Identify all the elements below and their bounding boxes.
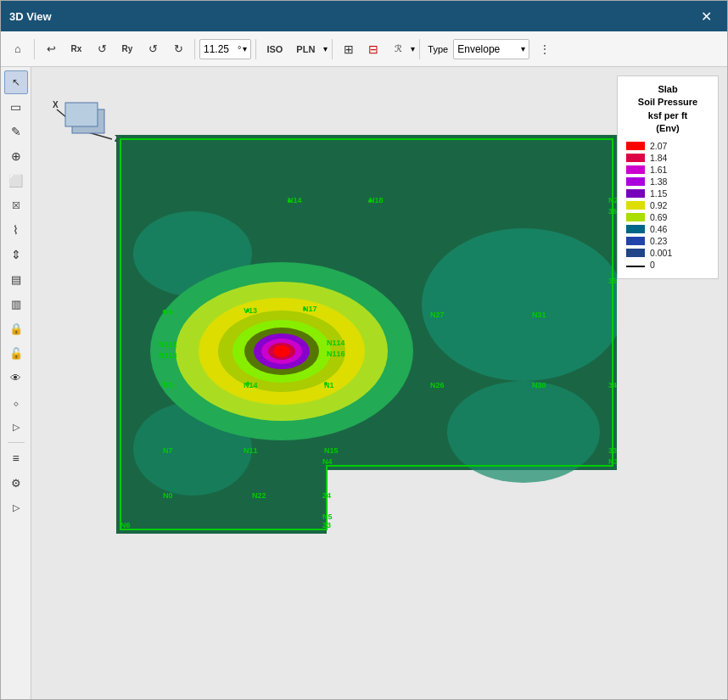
rotate-y-button[interactable]: Ry — [115, 37, 139, 61]
sep5 — [419, 39, 420, 59]
sidebar-frame[interactable]: ⬜ — [4, 169, 28, 193]
rotate-cw-button[interactable]: ↻ — [166, 37, 190, 61]
sidebar-unlock[interactable]: 🔓 — [4, 341, 28, 365]
svg-point-60 — [246, 382, 249, 385]
legend-swatch — [626, 266, 645, 267]
rotate-cw2-button[interactable]: ↺ — [141, 37, 165, 61]
envelope-value: Envelope — [457, 43, 500, 55]
sidebar-section-b[interactable]: ▥ — [4, 292, 28, 316]
sidebar-node[interactable]: ⊕ — [4, 144, 28, 168]
svg-text:33: 33 — [608, 446, 617, 455]
sidebar-list[interactable]: ≡ — [4, 446, 28, 470]
svg-text:N4: N4 — [322, 457, 333, 466]
pln-button[interactable]: PLN — [290, 37, 321, 61]
svg-point-8 — [422, 228, 617, 381]
svg-point-21 — [273, 345, 290, 357]
legend-item: 2.07 — [626, 141, 709, 151]
angle-unit: ° — [238, 44, 241, 54]
svg-text:N2: N2 — [608, 196, 617, 204]
svg-text:N14: N14 — [244, 381, 258, 389]
legend-value: 1.61 — [650, 165, 667, 175]
pln-dropdown-btn[interactable]: ▾ — [323, 44, 328, 53]
svg-text:N113: N113 — [159, 351, 177, 360]
home-button[interactable]: ⌂ — [6, 37, 30, 61]
sidebar-settings[interactable]: ⚙ — [4, 471, 28, 495]
legend-item: 1.84 — [626, 153, 709, 163]
svg-text:N112: N112 — [159, 340, 177, 349]
sidebar-eye[interactable]: 👁 — [4, 366, 28, 389]
sidebar-cursor[interactable]: ↖ — [4, 70, 28, 94]
undo-button[interactable]: ↩ — [39, 37, 63, 61]
legend-swatch — [626, 213, 645, 221]
svg-text:N31: N31 — [532, 311, 546, 319]
svg-text:N114: N114 — [327, 339, 345, 347]
svg-text:X: X — [53, 100, 59, 109]
sidebar-section-a[interactable]: ▤ — [4, 267, 28, 291]
extra-btn[interactable]: ⋮ — [533, 37, 557, 61]
legend-item: 1.61 — [626, 165, 709, 175]
legend-item: 0.23 — [626, 236, 709, 246]
legend-swatch — [626, 165, 645, 174]
svg-text:35: 35 — [608, 277, 617, 285]
svg-text:N3: N3 — [608, 457, 617, 466]
svg-point-61 — [324, 382, 328, 385]
sidebar-lock[interactable]: 🔒 — [4, 316, 28, 340]
legend-swatch — [626, 201, 645, 210]
display-btn2[interactable]: ⊟ — [361, 37, 385, 61]
legend-value: 0 — [650, 260, 655, 270]
sep4 — [332, 39, 333, 59]
close-button[interactable]: ✕ — [693, 3, 719, 29]
angle-dropdown-btn[interactable]: ▾ — [243, 44, 247, 53]
legend: Slab Soil Pressure ksf per ft (Env) 2.07… — [617, 76, 719, 279]
legend-value: 1.15 — [650, 188, 667, 199]
sidebar-filter[interactable]: ⬦ — [4, 390, 28, 414]
display-btn1[interactable]: ⊞ — [337, 37, 361, 61]
sidebar-rect-select[interactable]: ▭ — [4, 95, 28, 119]
svg-point-54 — [288, 199, 291, 203]
legend-value: 0.46 — [650, 224, 667, 234]
svg-text:N11: N11 — [244, 446, 258, 455]
svg-point-57 — [246, 309, 249, 312]
svg-text:23: 23 — [322, 521, 331, 529]
viewport: X Z — [31, 67, 727, 699]
rotate-ccw-button[interactable]: ↺ — [90, 37, 114, 61]
sidebar-expand[interactable]: ▷ — [4, 415, 28, 439]
envelope-dropdown[interactable]: Envelope ▾ — [453, 39, 529, 59]
title-bar: 3D View ✕ — [1, 1, 727, 31]
sep3 — [255, 39, 256, 59]
legend-title: Slab Soil Pressure ksf per ft (Env) — [626, 83, 709, 136]
legend-value: 0.23 — [650, 236, 667, 246]
iso-button[interactable]: ISO — [260, 37, 288, 61]
svg-point-11 — [447, 381, 600, 483]
sidebar-more[interactable]: ▷ — [4, 496, 28, 519]
sidebar-edit[interactable]: ✎ — [4, 120, 28, 143]
svg-text:N27: N27 — [430, 311, 445, 319]
svg-text:N7: N7 — [163, 446, 173, 455]
svg-point-55 — [368, 199, 372, 203]
svg-text:N116: N116 — [327, 350, 345, 358]
window-title: 3D View — [9, 10, 693, 23]
display-dropdown[interactable]: ▾ — [411, 44, 415, 53]
display-icons: ⊞ ⊟ ℛ ▾ — [337, 37, 415, 61]
rotate-x-button[interactable]: Rx — [64, 37, 88, 61]
sidebar-measure[interactable]: ⌇ — [4, 218, 28, 242]
legend-item: 0.001 — [626, 248, 709, 258]
legend-swatch — [626, 142, 645, 150]
legend-swatch — [626, 249, 645, 257]
main-content: ↖ ▭ ✎ ⊕ ⬜ ☒ ⌇ ⇕ ▤ ▥ 🔒 🔓 👁 ⬦ ▷ ≡ ⚙ ▷ — [1, 67, 727, 699]
svg-text:N22: N22 — [252, 491, 266, 500]
toolbar: ⌂ ↩ Rx ↺ Ry ↺ ↻ ° ▾ ISO PLN ▾ ⊞ ⊟ ℛ ▾ Ty… — [1, 31, 727, 67]
sidebar-frame2[interactable]: ☒ — [4, 193, 28, 217]
legend-value: 0.001 — [650, 248, 672, 258]
sidebar-sep — [8, 442, 25, 443]
angle-input[interactable] — [204, 43, 236, 55]
legend-value: 1.84 — [650, 153, 667, 163]
envelope-dropdown-arrow: ▾ — [521, 44, 525, 53]
legend-item: 0.92 — [626, 200, 709, 210]
display-btn3[interactable]: ℛ — [386, 37, 410, 61]
legend-swatch — [626, 177, 645, 186]
sidebar-scale[interactable]: ⇕ — [4, 243, 28, 266]
legend-item: 0.69 — [626, 212, 709, 222]
legend-value: 1.38 — [650, 176, 667, 187]
type-label: Type — [428, 44, 448, 54]
